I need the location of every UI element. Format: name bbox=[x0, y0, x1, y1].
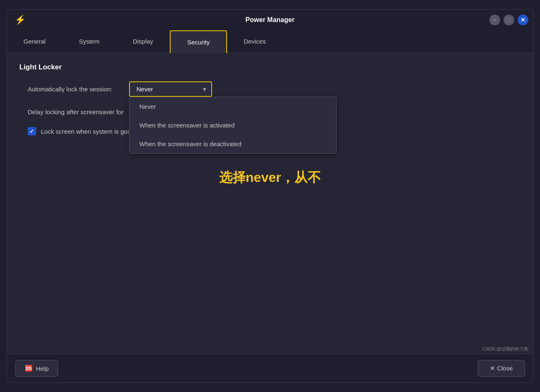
auto-lock-dropdown-container: Never ▾ Never When the screensaver is ac… bbox=[129, 81, 212, 97]
dropdown-option-screensaver-deactivated[interactable]: When the screensaver is deactivated bbox=[130, 135, 336, 153]
checkmark-icon: ✓ bbox=[29, 128, 34, 135]
tab-system[interactable]: System bbox=[62, 30, 116, 53]
help-button[interactable]: 🆘 Help bbox=[15, 360, 59, 377]
bottom-bar: 🆘 Help ✕ Close bbox=[7, 354, 533, 382]
tab-security[interactable]: Security bbox=[170, 30, 227, 53]
watermark: CSDN @过期的秋刀鱼- bbox=[482, 346, 530, 352]
help-icon: 🆘 bbox=[25, 365, 33, 372]
dropdown-option-screensaver-activated[interactable]: When the screensaver is activated bbox=[130, 116, 336, 135]
delay-lock-label: Delay locking after screensaver for bbox=[28, 108, 124, 115]
auto-lock-row: Automatically lock the session: Never ▾ … bbox=[20, 81, 521, 97]
close-window-button[interactable]: ✕ bbox=[518, 15, 528, 25]
help-label: Help bbox=[36, 365, 49, 372]
content-area: Light Locker Automatically lock the sess… bbox=[7, 53, 533, 354]
main-window: ⚡ Power Manager – □ ✕ General System Dis… bbox=[7, 9, 534, 383]
tab-display[interactable]: Display bbox=[116, 30, 170, 53]
window-title: Power Manager bbox=[245, 16, 294, 24]
annotation-text: 选择never，从不 bbox=[20, 169, 521, 187]
close-label: ✕ Close bbox=[490, 365, 513, 372]
chevron-down-icon: ▾ bbox=[203, 86, 206, 93]
dropdown-menu: Never When the screensaver is activated … bbox=[129, 97, 337, 154]
tab-devices[interactable]: Devices bbox=[227, 30, 282, 53]
close-button[interactable]: ✕ Close bbox=[478, 360, 525, 377]
maximize-button[interactable]: □ bbox=[503, 15, 514, 25]
tab-general[interactable]: General bbox=[7, 30, 62, 53]
window-controls: – □ ✕ bbox=[489, 15, 528, 25]
auto-lock-dropdown[interactable]: Never ▾ bbox=[129, 81, 212, 97]
section-title: Light Locker bbox=[20, 63, 521, 71]
lock-sleep-checkbox[interactable]: ✓ bbox=[28, 127, 36, 135]
auto-lock-label: Automatically lock the session: bbox=[28, 86, 112, 93]
title-bar: ⚡ Power Manager – □ ✕ bbox=[7, 10, 533, 30]
tab-bar: General System Display Security Devices bbox=[7, 30, 533, 53]
app-icon: ⚡ bbox=[15, 15, 26, 25]
dropdown-selected-value: Never bbox=[137, 86, 153, 93]
minimize-button[interactable]: – bbox=[489, 15, 500, 25]
dropdown-option-never[interactable]: Never bbox=[130, 97, 336, 116]
